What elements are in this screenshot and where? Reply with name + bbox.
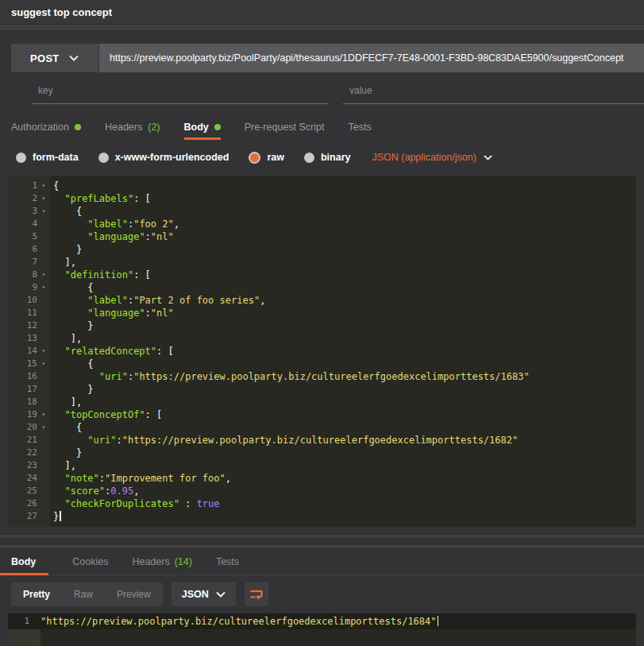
code-line[interactable]: 4 "label":"foo 2", [8,218,636,230]
param-value-input[interactable] [343,80,644,104]
code-line[interactable]: 5 "language":"nl" [8,230,636,243]
code-line[interactable]: 15▾ { [8,358,636,370]
line-number: 21 [8,434,37,447]
code-line[interactable]: 21 "uri":"https://preview.poolparty.biz/… [8,434,636,447]
fold-spacer [37,447,50,459]
code-text: } [50,447,82,459]
view-mode-raw[interactable]: Raw [62,582,105,606]
code-line[interactable]: 17 } [8,383,636,396]
view-mode-pretty[interactable]: Pretty [11,582,62,606]
code-line[interactable]: 14▾ "relatedConcept": [ [8,345,636,358]
fold-arrow-icon[interactable]: ▾ [37,345,50,358]
tab-tests[interactable]: Tests [348,122,371,140]
tab-label: Body [11,556,36,567]
code-text: "label":"Part 2 of foo series", [50,294,265,307]
line-number: 19 [8,408,37,421]
code-line[interactable]: 7 ], [8,256,636,269]
fold-arrow-icon[interactable]: ▾ [37,192,50,205]
line-number: 14 [8,345,37,358]
token-p: { [53,422,82,433]
code-text: "language":"nl" [50,307,174,319]
fold-arrow-icon[interactable]: ▾ [37,205,50,218]
request-body-editor[interactable]: 1▾{2▾ "prefLabels": [3▾ {4 "label":"foo … [8,176,636,527]
tab-headers[interactable]: Headers(2) [105,122,160,140]
code-line[interactable]: 20▾ { [8,421,636,434]
fold-arrow-icon[interactable]: ▾ [37,269,50,281]
response-body-editor[interactable]: 1 "https://preview.poolparty.biz/culture… [8,613,636,646]
code-line[interactable]: 23 ], [8,459,636,472]
token-p: , [226,473,231,484]
code-line[interactable]: 10 "label":"Part 2 of foo series", [8,294,636,307]
tab-count: (2) [148,122,160,133]
line-number: 10 [8,294,37,307]
response-format-selector[interactable]: JSON [172,582,236,606]
code-line[interactable]: 6 } [8,243,636,256]
body-mode-x-www-form-urlencoded[interactable]: x-www-form-urlencoded [98,152,229,164]
tab-authorization[interactable]: Authorization [11,122,81,140]
body-mode-raw[interactable]: raw [249,152,284,164]
code-line[interactable]: 1▾{ [8,180,636,192]
fold-arrow-icon[interactable]: ▾ [37,358,50,370]
token-p [53,409,64,420]
response-gutter-activecell [8,629,40,646]
fold-arrow-icon[interactable]: ▾ [37,281,50,294]
code-line[interactable]: 19▾ "topConceptOf": [ [8,408,636,421]
url-row: POST https://preview.poolparty.biz/PoolP… [11,44,644,72]
code-line[interactable]: 12 } [8,319,636,332]
response-tab-body[interactable]: Body [0,556,48,575]
code-line[interactable]: 9▾ { [8,281,636,294]
fold-arrow-icon[interactable]: ▾ [37,408,50,421]
content-type-label: JSON (application/json) [372,152,476,163]
code-text: { [50,205,82,218]
fold-arrow-icon[interactable]: ▾ [37,180,50,192]
fold-spacer [37,396,50,408]
tab-pre-request-script[interactable]: Pre-request Script [245,122,325,140]
token-k: "label" [87,219,128,230]
code-line[interactable]: 22 } [8,447,636,459]
view-mode-preview[interactable]: Preview [105,582,163,606]
token-p [53,498,64,509]
code-line[interactable]: 24 "note":"Improvement for foo", [8,472,636,485]
line-number: 27 [8,510,37,523]
code-line[interactable]: 8▾ "definition": [ [8,269,636,281]
tab-body[interactable]: Body [184,122,221,140]
pane-splitter[interactable] [0,534,644,539]
fold-spacer [37,319,50,332]
response-tab-headers[interactable]: Headers(14) [132,556,191,575]
body-mode-form-data[interactable]: form-data [16,152,79,164]
code-line[interactable]: 13 ], [8,332,636,345]
request-titlebar: suggest top concept [0,0,644,25]
line-number: 8 [8,269,37,281]
response-tab-cookies[interactable]: Cookies [72,556,108,575]
fold-arrow-icon[interactable]: ▾ [37,421,50,434]
chevron-down-icon [69,55,79,61]
code-line[interactable]: 18 ], [8,396,636,408]
method-selector[interactable]: POST [11,44,99,72]
response-code-line[interactable]: 1 "https://preview.poolparty.biz/culture… [8,613,636,629]
method-label: POST [30,52,60,64]
body-mode-label: x-www-form-urlencoded [115,152,229,163]
code-text: { [50,358,94,370]
code-line[interactable]: 11 "language":"nl" [8,307,636,319]
response-tab-tests[interactable]: Tests [216,556,239,575]
wrap-lines-button[interactable] [245,582,268,606]
body-mode-binary[interactable]: binary [304,152,351,164]
line-number: 1 [8,180,37,192]
tab-label: Headers [105,122,142,133]
chevron-down-icon [216,591,226,598]
code-line[interactable]: 25 "score":0.95, [8,485,636,497]
code-line[interactable]: 27} [8,510,636,523]
url-input[interactable]: https://preview.poolparty.biz/PoolParty/… [99,44,644,72]
code-text: } [50,383,94,396]
param-key-input[interactable] [32,80,328,104]
fold-spacer [37,218,50,230]
text-caret [438,616,439,626]
token-p: ], [53,460,76,471]
code-line[interactable]: 3▾ { [8,205,636,218]
content-type-selector[interactable]: JSON (application/json) [372,152,492,163]
code-text: } [50,319,94,332]
code-line[interactable]: 26 "checkForDuplicates" : true [8,497,636,510]
code-line[interactable]: 16 "uri":"https://preview.poolparty.biz/… [8,370,636,383]
code-line[interactable]: 2▾ "prefLabels": [ [8,192,636,205]
token-p [53,346,64,357]
